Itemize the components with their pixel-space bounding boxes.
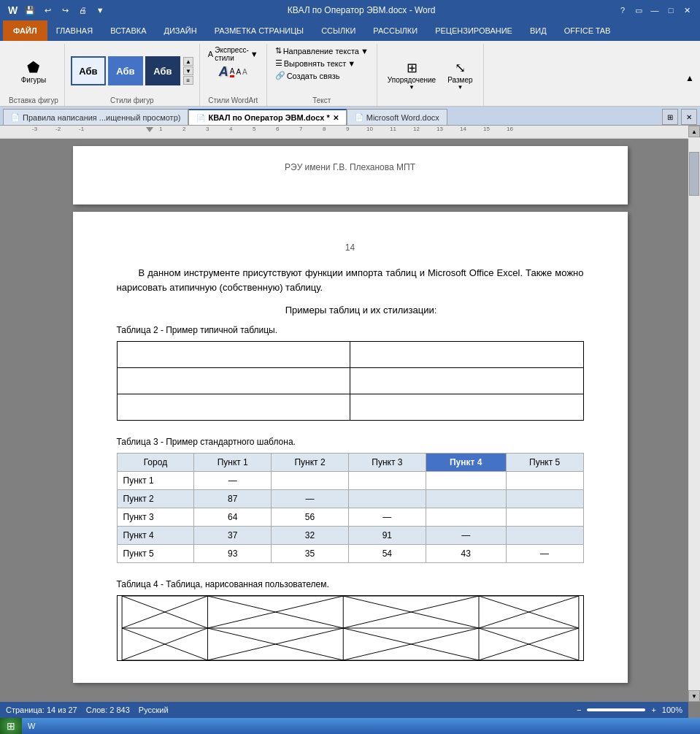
style-scroll-more[interactable]: ≡ [183, 76, 193, 85]
text-direction-icon: ⇅ [275, 46, 282, 56]
scroll-up-btn[interactable]: ▲ [688, 126, 700, 137]
t3-r3-c5 [506, 508, 583, 526]
zoom-slider[interactable] [587, 708, 645, 711]
taskbar-word-icon: W [28, 722, 35, 730]
ruler-mark-12: 12 [413, 126, 420, 132]
customize-quick-btn[interactable]: ▼ [93, 3, 107, 18]
ribbon-group-wordart-content: A Экспресс-стили ▼ A A A A [206, 45, 261, 96]
ribbon-group-arrange-content: ⊞ Упорядочение ▼ ⤡ Размер ▼ [383, 45, 477, 104]
tab-links[interactable]: ССЫЛКИ [312, 20, 364, 41]
doc-tab-msword[interactable]: 📄 Microsoft Word.docx [347, 109, 447, 125]
print-quick-btn[interactable]: 🖨 [75, 3, 90, 18]
ruler-content: -3 -2 -1 1 2 3 4 5 6 7 8 9 10 11 12 13 1… [3, 126, 697, 138]
tab-design[interactable]: ДИЗАЙН [155, 20, 205, 41]
shapes-button[interactable]: ⬟ Фигуры [17, 57, 50, 85]
language-status: Русский [139, 706, 169, 714]
table3-row5: Пункт 5 93 35 54 43 — [117, 544, 583, 562]
ribbon-options-btn[interactable]: ▭ [631, 3, 646, 18]
page-info: Страница: 14 из 27 [6, 706, 77, 714]
t3-r3-c0: Пункт 3 [117, 508, 194, 526]
ruler-mark-3: 3 [206, 126, 209, 132]
t3-r5-c1: 93 [194, 544, 272, 562]
t3-r1-c1: — [194, 471, 272, 489]
tab-main[interactable]: ГЛАВНАЯ [47, 20, 101, 41]
doc-tab-kval[interactable]: 📄 КВАЛ по Оператор ЭВМ.docx * ✕ [188, 109, 346, 125]
shapes-group-label: Вставка фигур [9, 96, 58, 106]
doc-tab-msword-icon: 📄 [355, 113, 364, 121]
word-logo-icon: W [6, 4, 20, 17]
shapes-icon: ⬟ [27, 58, 39, 76]
arrange-label: Упорядочение [388, 76, 436, 84]
t3-r2-c5 [506, 489, 583, 508]
redo-quick-btn[interactable]: ↪ [58, 3, 72, 18]
start-button[interactable]: ⊞ [0, 718, 22, 734]
doc-tab-new-btn[interactable]: ⊞ [662, 109, 678, 125]
size-label: Размер [447, 76, 472, 84]
ruler-mark-n2: -2 [55, 126, 61, 132]
table2-cell-1-2 [350, 341, 584, 367]
table3-col-p5: Пункт 5 [506, 453, 583, 471]
t3-r3-c4 [426, 508, 506, 526]
close-btn[interactable]: ✕ [680, 3, 694, 18]
express-styles-btn[interactable]: A Экспресс-стили ▼ [206, 45, 261, 63]
zoom-in-icon[interactable]: + [651, 706, 655, 714]
create-link-btn[interactable]: 🔗 Создать связь [273, 70, 342, 81]
tab-mailings[interactable]: РАССЫЛКИ [364, 20, 426, 41]
scroll-thumb[interactable] [689, 152, 699, 196]
ruler-mark-n3: -3 [32, 126, 37, 132]
create-link-label: Создать связь [287, 72, 340, 80]
arrange-btn[interactable]: ⊞ Упорядочение ▼ [383, 58, 440, 92]
doc-tab-rules-label: Правила написания ...ищенный просмотр) [23, 113, 180, 122]
style-box-1[interactable]: Абв [71, 56, 106, 85]
tab-view[interactable]: ВИД [521, 20, 555, 41]
title-bar: W 💾 ↩ ↪ 🖨 ▼ КВАЛ по Оператор ЭВМ.docx - … [0, 0, 700, 20]
size-btn[interactable]: ⤡ Размер ▼ [443, 58, 477, 92]
doc-tab-kval-close[interactable]: ✕ [333, 114, 339, 122]
scroll-track[interactable] [688, 137, 700, 690]
ribbon-collapse-btn[interactable]: ▲ [685, 73, 694, 83]
text-direction-btn[interactable]: ⇅ Направление текста ▼ [273, 45, 371, 56]
table2-cell-2-1 [117, 367, 350, 394]
tab-review[interactable]: РЕЦЕНЗИРОВАНИЕ [426, 20, 521, 41]
style-scroll: ▲ ▼ ≡ [183, 57, 193, 85]
t3-r5-c0: Пункт 5 [117, 544, 194, 562]
doc-tab-close-all-btn[interactable]: ✕ [681, 109, 697, 125]
zoom-out-icon[interactable]: − [577, 706, 581, 714]
style-scroll-up[interactable]: ▲ [183, 57, 193, 66]
style-scroll-down[interactable]: ▼ [183, 66, 193, 75]
wordart-group-label: Стили WordArt [208, 96, 258, 106]
tab-file[interactable]: ФАЙЛ [3, 20, 47, 41]
help-btn[interactable]: ? [615, 3, 630, 18]
ruler-indent-left [146, 127, 153, 132]
tab-insert[interactable]: ВСТАВКА [101, 20, 155, 41]
taskbar-word-item[interactable]: W [22, 720, 41, 732]
ribbon-group-text: ⇅ Направление текста ▼ ☰ Выровнять текст… [267, 44, 377, 106]
tab-officetab[interactable]: OFFICE TAB [555, 20, 620, 41]
t3-r1-c5 [506, 471, 583, 489]
style-box-3[interactable]: Абв [145, 56, 180, 85]
t3-r1-c3 [348, 471, 426, 489]
ruler-mark-8: 8 [323, 126, 326, 132]
t3-r2-c4 [426, 489, 506, 508]
style-boxes: Абв Абв Абв [71, 56, 180, 85]
align-text-btn[interactable]: ☰ Выровнять текст ▼ [273, 58, 358, 69]
minimize-btn[interactable]: — [647, 3, 662, 18]
wordart-effects-icon: A [242, 68, 247, 76]
ruler-mark-2: 2 [182, 126, 185, 132]
undo-quick-btn[interactable]: ↩ [40, 3, 55, 18]
save-quick-btn[interactable]: 💾 [23, 3, 37, 18]
wordart-a-icon: A [219, 64, 228, 80]
doc-tab-rules[interactable]: 📄 Правила написания ...ищенный просмотр) [3, 109, 188, 125]
doc-tabs-bar: 📄 Правила написания ...ищенный просмотр)… [0, 107, 700, 126]
style-box-2[interactable]: Абв [108, 56, 143, 85]
maximize-btn[interactable]: □ [664, 3, 678, 18]
scroll-down-btn[interactable]: ▼ [688, 690, 700, 702]
express-icon: A [208, 50, 213, 58]
table2 [117, 341, 584, 421]
t3-r3-c2: 56 [272, 508, 349, 526]
t3-r2-c1: 87 [194, 489, 272, 508]
doc-subheading: Примеры таблиц и их стилизации: [139, 303, 584, 318]
size-dropdown: ▼ [457, 84, 463, 91]
tab-pagelayout[interactable]: РАЗМЕТКА СТРАНИЦЫ [206, 20, 312, 41]
table3-row3: Пункт 3 64 56 — [117, 508, 583, 526]
